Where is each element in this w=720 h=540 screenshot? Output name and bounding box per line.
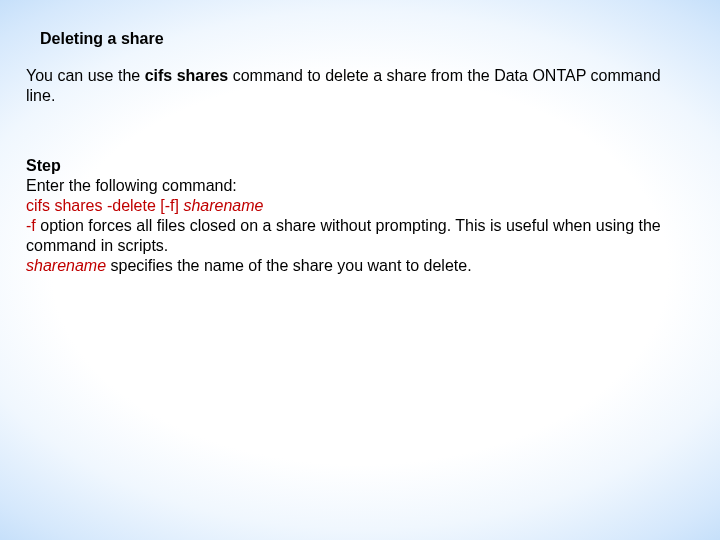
command-syntax: cifs shares -delete [-f] sharename bbox=[26, 196, 694, 216]
section-heading: Deleting a share bbox=[40, 30, 720, 48]
step-section: Step Enter the following command: cifs s… bbox=[26, 156, 694, 276]
document-body: Deleting a share You can use the cifs sh… bbox=[0, 30, 720, 276]
intro-paragraph: You can use the cifs shares command to d… bbox=[26, 66, 694, 106]
arg-line: sharename specifies the name of the shar… bbox=[26, 256, 694, 276]
step-enter: Enter the following command: bbox=[26, 176, 694, 196]
arg-name: sharename bbox=[26, 257, 106, 274]
opt-f-line: -f option forces all files closed on a s… bbox=[26, 216, 694, 256]
syntax-arg: sharename bbox=[183, 197, 263, 214]
opt-desc: option forces all files closed on a shar… bbox=[26, 217, 661, 254]
arg-desc: specifies the name of the share you want… bbox=[106, 257, 472, 274]
step-label: Step bbox=[26, 156, 694, 176]
opt-flag: -f bbox=[26, 217, 36, 234]
syntax-cmd: cifs shares -delete [-f] bbox=[26, 197, 183, 214]
intro-cmd: cifs shares bbox=[145, 67, 229, 84]
intro-pre: You can use the bbox=[26, 67, 145, 84]
